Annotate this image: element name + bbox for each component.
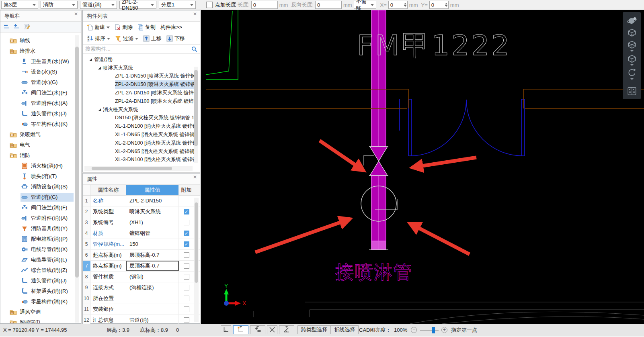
property-value[interactable] <box>126 293 179 304</box>
length-input[interactable]: 0 <box>251 1 278 9</box>
collapse-all-icon[interactable] <box>3 23 10 31</box>
sidebar-item[interactable]: 管道(消)(G) <box>0 192 81 202</box>
attach-checkbox[interactable]: ✓ <box>184 209 189 214</box>
reverse-length-input[interactable]: 0 <box>315 1 342 9</box>
sidebar-item[interactable]: 给排水 <box>0 46 81 56</box>
brightness-slider-thumb[interactable] <box>432 327 435 333</box>
sidebar-item[interactable]: 零星构件(水)(K) <box>0 119 81 129</box>
attach-checkbox[interactable] <box>184 306 189 312</box>
nav-scrollbar[interactable] <box>75 35 79 323</box>
element-select[interactable]: ZPL-2-DN150 <box>119 1 156 9</box>
sidebar-item[interactable]: 电线导管(消)(X) <box>0 244 81 255</box>
new-component-button[interactable]: 新建 <box>85 23 111 32</box>
point-add-length-checkbox[interactable] <box>206 2 213 8</box>
sidebar-item[interactable]: 通风空调 <box>0 307 81 317</box>
filter-button[interactable]: 过滤 <box>113 34 140 43</box>
component-tree-item[interactable]: 管道(消) <box>83 55 200 64</box>
sidebar-item[interactable]: 轴线 <box>0 35 81 46</box>
offset-mode-select[interactable]: 不偏移 <box>354 1 376 9</box>
discipline-select[interactable]: 消防 <box>41 1 78 9</box>
attach-checkbox[interactable] <box>184 263 189 269</box>
sidebar-item[interactable]: 阀门法兰(消)(F) <box>0 202 81 213</box>
tree-expand-icon[interactable] <box>98 108 101 111</box>
sidebar-item[interactable]: 设备(水)(S) <box>0 67 81 77</box>
property-value[interactable]: ZPL-2-DN150 <box>126 196 179 206</box>
sidebar-item[interactable]: 卫生器具(水)(W) <box>0 56 81 67</box>
close-icon[interactable]: ✕ <box>193 175 197 180</box>
sidebar-item[interactable]: 通头管件(消)(J) <box>0 276 81 286</box>
sidebar-item[interactable]: 消防设备(消)(S) <box>0 182 81 192</box>
property-value[interactable]: 镀锌钢管 <box>126 228 179 239</box>
brightness-decrease-button[interactable]: − <box>411 327 417 333</box>
property-value[interactable]: 层顶标高-0.7 <box>126 250 179 260</box>
attach-checkbox[interactable]: ✓ <box>184 231 189 236</box>
property-value[interactable]: (沟槽连接) <box>126 282 179 293</box>
component-hscrollbar[interactable] <box>84 166 193 171</box>
close-icon[interactable]: ✕ <box>193 12 197 16</box>
cross-select-button[interactable] <box>267 325 277 334</box>
polyline-select-button[interactable]: 折线选择 <box>330 325 359 334</box>
solid-view-button[interactable] <box>627 53 637 66</box>
attach-checkbox[interactable] <box>184 296 189 301</box>
sidebar-item[interactable]: 消防器具(消)(Y) <box>0 223 81 234</box>
sidebar-item[interactable]: 桥架通头(消)(R) <box>0 286 81 296</box>
attach-checkbox[interactable] <box>184 252 189 258</box>
attach-checkbox[interactable] <box>184 317 189 323</box>
view-settings-button[interactable] <box>627 86 637 96</box>
component-tree-item[interactable]: 消火栓灭火系统 <box>83 106 200 114</box>
sidebar-item[interactable]: 管道附件(消)(A) <box>0 213 81 223</box>
attach-checkbox[interactable] <box>184 220 189 225</box>
component-tree-item[interactable]: XL-1-DN65 [消火栓灭火系统 镀锌钢 <box>83 131 200 139</box>
point-length-button[interactable] <box>250 325 265 334</box>
sidebar-item[interactable]: 零星构件(消)(K) <box>0 296 81 307</box>
tree-expand-icon[interactable] <box>98 67 101 69</box>
property-value[interactable]: (XH1) <box>126 217 179 228</box>
component-library-button[interactable]: 构件库>> <box>159 23 184 32</box>
sidebar-item[interactable]: 消防 <box>0 150 81 161</box>
component-tree-item[interactable]: 喷淋灭火系统 <box>83 64 200 72</box>
component-vscrollbar[interactable] <box>194 67 198 163</box>
component-tree-item[interactable]: ZPL-2-DN150 [喷淋灭火系统 镀锌钢 <box>83 80 200 89</box>
expand-all-icon[interactable] <box>13 23 20 31</box>
brightness-increase-button[interactable]: + <box>441 327 447 333</box>
orbit-view-button[interactable] <box>627 15 637 26</box>
move-down-button[interactable]: 下移 <box>165 34 187 43</box>
box-select-button[interactable] <box>233 325 248 334</box>
wireframe-view-button[interactable] <box>627 39 637 52</box>
property-value[interactable]: 层顶标高-0.7 <box>126 261 179 271</box>
valve-symbol[interactable] <box>364 147 388 176</box>
attach-checkbox[interactable]: ✓ <box>184 241 189 247</box>
sort-button[interactable]: AZ 排序 <box>85 34 112 43</box>
attach-checkbox[interactable] <box>184 274 189 280</box>
rotate-view-button[interactable] <box>627 67 637 80</box>
view-3d-button[interactable]: 3D <box>627 27 637 38</box>
move-up-button[interactable]: 上移 <box>142 34 163 43</box>
angle-mode-button[interactable] <box>279 325 294 334</box>
attach-checkbox[interactable] <box>184 285 189 290</box>
floor-select[interactable]: 第3层 <box>1 1 38 9</box>
layer-select[interactable]: 分层1 <box>159 1 196 9</box>
component-tree-item[interactable]: XL-1-DN100 [消火栓灭火系统 镀锌钢 <box>83 122 200 131</box>
sidebar-item[interactable]: 采暖燃气 <box>0 129 81 140</box>
sidebar-item[interactable]: 喷头(消)(T) <box>0 171 81 182</box>
close-icon[interactable]: ✕ <box>74 12 78 16</box>
component-tree-item[interactable]: XL-3-DN100 [消火栓灭火系统 镀锌钢 <box>83 156 200 164</box>
col-prop-value[interactable]: 属性值 <box>126 185 179 195</box>
sidebar-item[interactable]: 管道(水)(G) <box>0 77 81 88</box>
sidebar-item[interactable]: 电气 <box>0 140 81 150</box>
brightness-slider[interactable] <box>420 330 439 331</box>
sidebar-item[interactable]: 智控弱电 <box>0 317 81 323</box>
component-search-input[interactable]: 搜索构件... <box>83 44 200 54</box>
sidebar-item[interactable]: 阀门法兰(水)(F) <box>0 88 81 98</box>
tree-expand-icon[interactable] <box>89 58 92 61</box>
sidebar-item[interactable]: 综合管线(消)(Z) <box>0 265 81 276</box>
edit-list-icon[interactable] <box>23 23 30 31</box>
component-tree-item[interactable]: XL-2-DN65 [消火栓灭火系统 镀锌钢 <box>83 147 200 156</box>
copy-component-button[interactable]: 复制 <box>136 23 157 32</box>
cad-canvas[interactable]: FM甲1222 接喷淋管 Y X <box>201 10 644 324</box>
component-tree-item[interactable]: ZPL-2A-DN150 [喷淋灭火系统 镀锌钢 <box>83 89 200 97</box>
property-value[interactable]: 150 <box>126 239 179 249</box>
sidebar-item[interactable]: 配电箱柜(消)(P) <box>0 234 81 244</box>
component-tree-item[interactable]: DN150 [消火栓灭火系统 镀锌钢管 1 <box>83 114 200 123</box>
element-type-select[interactable]: 管道(消) <box>80 1 117 9</box>
